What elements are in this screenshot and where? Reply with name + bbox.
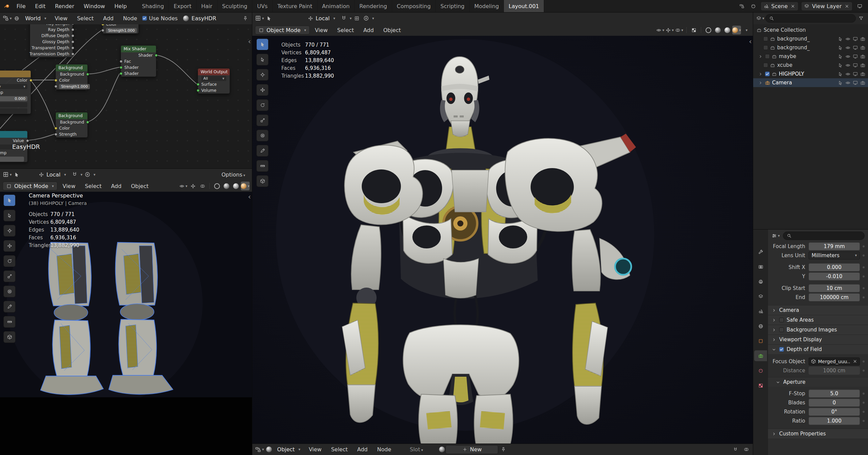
active-tool-icon[interactable]: [12, 170, 21, 179]
output-socket[interactable]: [86, 121, 89, 124]
input-socket[interactable]: [101, 24, 104, 26]
selectable-icon[interactable]: [838, 63, 843, 68]
vp-menu-object[interactable]: Object: [127, 181, 153, 191]
hide-eye-icon[interactable]: [845, 80, 850, 85]
new-material-button[interactable]: New: [445, 445, 498, 454]
tab-object-data[interactable]: [754, 350, 767, 361]
input-socket[interactable]: [54, 79, 57, 82]
viewport-disable-icon[interactable]: [853, 45, 858, 50]
viewport-disable-icon[interactable]: [853, 72, 858, 77]
tab-object[interactable]: [754, 336, 767, 346]
output-socket[interactable]: [26, 139, 29, 142]
node-mix-shader[interactable]: Mix Shader Shader Fac Shader Shader: [121, 45, 156, 77]
tab-shading[interactable]: Shading: [137, 0, 169, 12]
node-header[interactable]: Mix Shader: [121, 46, 156, 52]
tool-tweak[interactable]: [256, 54, 269, 65]
menu-help[interactable]: Help: [110, 1, 131, 11]
outliner-row[interactable]: maybe: [753, 52, 868, 61]
fac-slider[interactable]: Fac0.000: [0, 96, 27, 101]
tab-uvs[interactable]: UVs: [252, 0, 273, 12]
input-socket[interactable]: [54, 133, 57, 136]
animate-dot[interactable]: [863, 266, 865, 268]
center-viewport-canvas[interactable]: Objects770 / 771 Vertices6,809,487 Edges…: [252, 36, 753, 444]
view-layer-selector[interactable]: View Layer: [801, 2, 852, 11]
vp-menu-add[interactable]: Add: [107, 181, 126, 191]
shader-type-dropdown[interactable]: Object▾: [274, 445, 304, 454]
tool-scale[interactable]: [3, 270, 16, 282]
render-disable-icon[interactable]: [860, 54, 865, 59]
tab-render[interactable]: [754, 261, 767, 272]
selectable-icon[interactable]: [838, 36, 843, 42]
tool-tweak[interactable]: [3, 210, 16, 221]
animate-dot[interactable]: [863, 411, 865, 413]
tool-measure[interactable]: [3, 316, 16, 328]
outliner-search-input[interactable]: [765, 14, 856, 23]
viewport-disable-icon[interactable]: [853, 54, 858, 59]
shader-menu-view[interactable]: View: [50, 14, 72, 23]
node-background-bottom[interactable]: Background Background Color Strength: [55, 112, 88, 138]
node-light-path[interactable]: Ray Length Ray Depth Diffuse Depth Gloss…: [30, 24, 73, 57]
unlink-view-layer-icon[interactable]: [844, 4, 849, 9]
viewport-disable-icon[interactable]: [853, 63, 858, 68]
tool-move[interactable]: [256, 84, 269, 96]
animate-dot[interactable]: [863, 287, 865, 289]
hide-eye-icon[interactable]: [845, 54, 850, 59]
tab-texture[interactable]: [754, 380, 767, 391]
vp-menu-select[interactable]: Select: [80, 181, 106, 191]
collection-checkbox[interactable]: [765, 72, 770, 76]
panel-viewport-display[interactable]: Viewport Display: [768, 334, 868, 344]
animate-dot[interactable]: [863, 393, 865, 395]
overlay-toggle-icon[interactable]: [742, 445, 750, 454]
tab-export[interactable]: Export: [169, 0, 196, 12]
tab-compositing[interactable]: Compositing: [392, 0, 436, 12]
animate-dot[interactable]: [863, 420, 865, 422]
input-socket[interactable]: [54, 85, 57, 88]
collection-checkbox[interactable]: [765, 54, 770, 59]
tab-modeling[interactable]: Modeling: [469, 0, 504, 12]
tab-world[interactable]: [754, 321, 767, 331]
left-viewport-canvas[interactable]: Camera Perspective (38) HIGHPOLY | Camer…: [0, 192, 252, 455]
color1-field[interactable]: Color1: [0, 102, 27, 107]
region-toggle-arrow[interactable]: ‹: [749, 38, 752, 45]
node-header[interactable]: Background: [56, 64, 87, 71]
shading-rendered-icon[interactable]: ▾: [241, 182, 250, 190]
panel-aperture[interactable]: Aperture: [768, 377, 868, 387]
blender-logo-icon[interactable]: [3, 2, 11, 10]
dof-checkbox[interactable]: [779, 347, 784, 352]
world-datablock-name[interactable]: EasyHDR: [192, 15, 216, 22]
output-socket[interactable]: [71, 24, 74, 25]
menu-file[interactable]: File: [12, 1, 30, 11]
tab-sculpting[interactable]: Sculpting: [218, 0, 253, 12]
output-socket[interactable]: [71, 34, 74, 37]
animate-dot[interactable]: [863, 245, 865, 247]
tool-select-box[interactable]: [256, 38, 269, 50]
robot-model[interactable]: [252, 36, 753, 444]
input-socket[interactable]: [101, 29, 104, 32]
editor-type-button[interactable]: ▾: [255, 14, 264, 23]
target-dropdown[interactable]: All▾: [201, 76, 226, 81]
orientation-dropdown[interactable]: Local▾: [305, 14, 339, 23]
visibility-dropdown-icon[interactable]: ▾: [656, 26, 665, 34]
node-header[interactable]: Add: [0, 131, 27, 138]
tab-scene[interactable]: [754, 306, 767, 317]
snap-magnet-icon[interactable]: [70, 170, 79, 179]
outliner-row[interactable]: background_: [753, 34, 868, 43]
editor-type-button[interactable]: ▾: [3, 14, 12, 23]
collection-checkbox[interactable]: [763, 63, 768, 68]
node-world-output[interactable]: World Output All▾ Surface Volume: [198, 68, 230, 94]
animate-dot[interactable]: [863, 296, 865, 298]
shader-menu-view[interactable]: View: [304, 445, 326, 454]
shading-material-icon[interactable]: [723, 26, 732, 34]
pin-icon[interactable]: [499, 445, 508, 454]
shader-menu-node[interactable]: Node: [373, 445, 395, 454]
pin-icon[interactable]: [241, 14, 250, 23]
active-tool-icon[interactable]: [265, 14, 274, 23]
tab-tool[interactable]: [754, 246, 767, 257]
panel-custom-properties[interactable]: Custom Properties: [768, 429, 868, 438]
output-socket[interactable]: [155, 54, 158, 57]
tab-rendering[interactable]: Rendering: [355, 0, 392, 12]
tool-rotate[interactable]: [256, 99, 269, 111]
tool-transform[interactable]: [256, 130, 269, 141]
panel-safe-areas[interactable]: Safe Areas: [768, 315, 868, 325]
use-nodes-checkbox[interactable]: [142, 16, 147, 21]
